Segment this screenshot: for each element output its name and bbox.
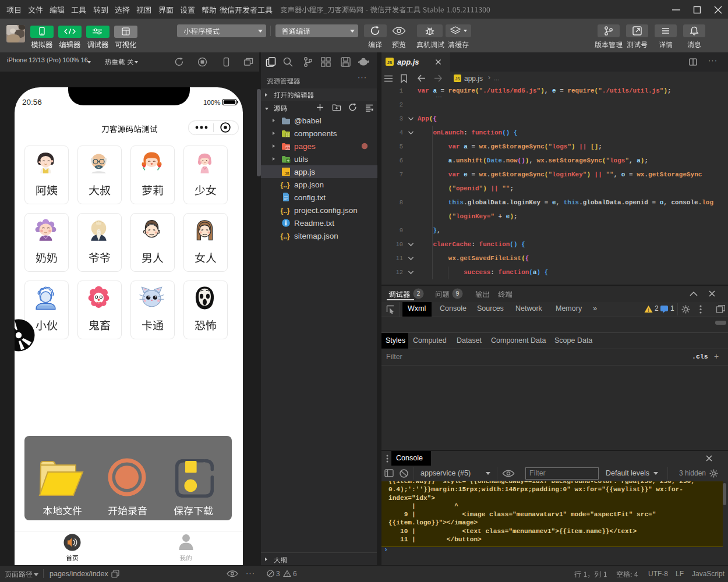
- svg-text:JS: JS: [285, 172, 290, 176]
- svg-text:9: 9: [456, 290, 460, 297]
- svg-text:{..}: {..}: [280, 207, 289, 215]
- svg-text:JS: JS: [387, 61, 393, 65]
- svg-text:<>: <>: [285, 146, 290, 151]
- svg-text:2: 2: [417, 290, 420, 297]
- svg-text:{..}: {..}: [280, 232, 289, 240]
- svg-text:{..}: {..}: [280, 181, 289, 189]
- svg-text:!: !: [648, 307, 649, 313]
- svg-text:JS: JS: [455, 77, 461, 81]
